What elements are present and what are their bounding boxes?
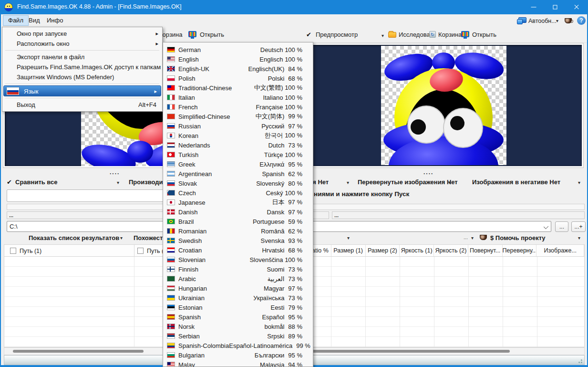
language-native-name: Українська <box>253 294 284 302</box>
auto-update-button[interactable]: Автообн... <box>528 18 557 24</box>
negative-images-dropdown[interactable]: Изображения в негативе Нет <box>472 178 560 186</box>
path2-checkbox[interactable] <box>137 248 144 254</box>
language-flag-icon <box>167 324 175 329</box>
flipped-images-dropdown[interactable]: Перевернутые изображения Нет <box>358 178 458 186</box>
preview-check-icon[interactable]: ✔ <box>306 31 311 39</box>
menu-item-startup-window[interactable]: Окно при запуске ▸ <box>2 29 162 39</box>
similarity-dropdown[interactable]: Похожесть <box>134 234 166 241</box>
close-button[interactable] <box>566 0 588 14</box>
auto-update-caret-icon[interactable]: ▾ <box>556 18 558 23</box>
toolbar-left-open-button[interactable]: Открыть <box>200 31 224 39</box>
combo-chevron-icon[interactable] <box>544 224 548 229</box>
language-menu-item[interactable]: Finnish Suomi 73 % <box>163 264 313 274</box>
splitter-grip-right[interactable]: .... <box>423 170 433 174</box>
minimize-button[interactable] <box>523 0 544 14</box>
language-menu-item[interactable]: Nederlands Dutch 73 % <box>163 140 313 150</box>
language-menu-item[interactable]: Bulgarian Български 95 % <box>163 350 313 360</box>
results-column-header[interactable]: Повернут... <box>468 245 503 256</box>
language-menu-item[interactable]: Spanish Español 95 % <box>163 312 313 322</box>
language-menu-item[interactable]: Croatian Hrvatski 68 % <box>163 245 313 255</box>
negative-caret-icon[interactable]: ▾ <box>578 180 580 185</box>
language-menu-item[interactable]: Polish Polski 68 % <box>163 73 313 83</box>
language-menu-item[interactable]: Turkish Türkçe 100 % <box>163 150 313 159</box>
language-menu-item[interactable]: Italian Italiano 100 % <box>163 93 313 102</box>
preview-caret-icon[interactable]: ▾ <box>382 31 384 40</box>
language-menu-item[interactable]: Norsk bokmål 88 % <box>163 322 313 331</box>
language-menu-item[interactable]: Ukrainian Українська 73 % <box>163 293 313 303</box>
language-menu-item[interactable]: Argentinean Spanish 62 % <box>163 169 313 178</box>
results-column-header[interactable]: Изображе... <box>536 245 584 256</box>
language-menu-item[interactable]: Slovak Slovenský 80 % <box>163 178 313 188</box>
resize-grip[interactable] <box>578 359 582 363</box>
language-menu-item[interactable]: Serbian Srpski 89 % <box>163 331 313 341</box>
language-menu-item[interactable]: Slovenian Slovenščina 100 % <box>163 255 313 264</box>
language-menu-item[interactable]: German Deutsch 100 % <box>163 45 313 54</box>
language-name: Bulgarian <box>178 352 255 359</box>
compare-all-check-icon[interactable]: ✔ <box>7 178 12 186</box>
preview-toggle-button[interactable]: Предпросмотр <box>316 31 358 39</box>
language-menu-item[interactable]: Swedish Svenska 93 % <box>163 236 313 245</box>
menu-info[interactable]: Инфо <box>42 15 68 26</box>
results-column-header[interactable]: Размер (2) <box>366 245 400 256</box>
show-results-caret-icon[interactable]: ▾ <box>120 235 123 241</box>
flipped-caret-icon[interactable]: ▾ <box>448 180 451 185</box>
language-menu-item[interactable]: Spanish-Colombia Español-Latinoamérica 9… <box>163 341 313 350</box>
column-path1[interactable]: Путь (1) <box>20 245 41 257</box>
language-menu-item[interactable]: Arabic العربية 73 % <box>163 274 313 283</box>
recycle-button[interactable]: Корзина <box>438 31 462 39</box>
donate-caret-icon[interactable]: ▾ <box>578 235 580 241</box>
menu-item-allow-folder-access[interactable]: Разрешить Find.Same.Images.OK доступ к п… <box>2 62 162 72</box>
menu-item-export-panel[interactable]: Экспорт панели в файл <box>2 52 162 62</box>
results-table-right-body[interactable] <box>298 257 585 347</box>
folder-path-input-right[interactable] <box>298 221 551 232</box>
language-menu-item[interactable]: English-UK Englisch(UK) 84 % <box>163 64 313 73</box>
menu-view[interactable]: Вид <box>24 15 45 26</box>
browse-button[interactable]: ... <box>555 221 568 232</box>
language-menu-item[interactable]: Malay Malaysia 94 % <box>163 360 313 367</box>
hscrollbar-left-thumb[interactable] <box>13 350 144 353</box>
language-menu-item[interactable]: Hungarian Magyar 97 % <box>163 283 313 293</box>
menu-item-exit[interactable]: Выход Alt+F4 <box>2 100 162 110</box>
menu-item-windows-defender[interactable]: Защитник Windows (MS Defender) <box>2 72 162 82</box>
compare-all-caret-icon[interactable]: ▾ <box>117 180 119 185</box>
language-menu-item[interactable]: English Englisch 100 % <box>163 54 313 64</box>
mini-dots-dropdown[interactable]: ... <box>464 234 468 240</box>
compare-all-dropdown[interactable]: Сравнить все <box>15 178 58 186</box>
language-menu-item[interactable]: Czech Ceský 100 % <box>163 188 313 198</box>
language-menu-item[interactable]: French Française 100 % <box>163 102 313 112</box>
language-menu-item[interactable]: Korean 한국어 100 % <box>163 131 313 140</box>
language-menu-item[interactable]: Brazil Portuguese 59 % <box>163 217 313 226</box>
path-dots-right[interactable]: ... <box>332 211 585 219</box>
toolbar-right-open-button[interactable]: Открыть <box>472 31 496 39</box>
results-column-header[interactable]: Переверну... <box>503 245 537 256</box>
menu-item-arrange-window[interactable]: Расположить окно ▸ <box>2 39 162 49</box>
results-caret-icon[interactable]: ▾ <box>347 235 350 241</box>
coffee-donate-icon[interactable] <box>565 18 572 23</box>
path1-checkbox[interactable] <box>10 248 16 254</box>
splitter-grip-left[interactable]: .... <box>110 170 120 174</box>
maximize-button[interactable] <box>544 0 566 14</box>
donate-link[interactable]: $ Помочь проекту <box>490 234 546 241</box>
rotated-caret-icon[interactable]: ▾ <box>347 180 349 185</box>
language-menu-item[interactable]: Romanian Română 62 % <box>163 226 313 236</box>
menu-item-language[interactable]: Язык ▸ <box>3 85 161 96</box>
language-menu-item[interactable]: Traditional-Chinese 中文(繁體) 100 % <box>163 83 313 93</box>
language-menu-item[interactable]: Estonian Eesti 79 % <box>163 303 313 312</box>
hscrollbar-right-thumb[interactable] <box>300 350 510 353</box>
results-column-header[interactable]: Яркость (1) <box>400 245 434 256</box>
language-menu-item[interactable]: Greek Ελληνικά 95 % <box>163 159 313 169</box>
show-results-dropdown[interactable]: Показать список результатов <box>29 234 119 241</box>
browse-add-button[interactable]: ...+ <box>571 221 586 232</box>
results-column-header[interactable]: Яркость (2) <box>434 245 468 256</box>
language-translation-percent: 94 % <box>286 361 302 367</box>
results-column-header[interactable]: Размер (1) <box>331 245 366 256</box>
help-button[interactable]: ? <box>577 16 586 25</box>
language-menu-item[interactable]: Simplified-Chinese 中文(简体) 99 % <box>163 112 313 121</box>
language-menu-item[interactable]: Japanese 日本 97 % <box>163 198 313 207</box>
hscrollbar-right[interactable] <box>298 347 585 355</box>
column-divider[interactable] <box>134 245 134 256</box>
language-menu-item[interactable]: Russian Русский 97 % <box>163 121 313 131</box>
language-menu-item[interactable]: Danish Dansk 97 % <box>163 207 313 217</box>
mini-dots-caret-icon[interactable]: ▾ <box>471 235 474 241</box>
smiley-image-right <box>381 46 506 165</box>
